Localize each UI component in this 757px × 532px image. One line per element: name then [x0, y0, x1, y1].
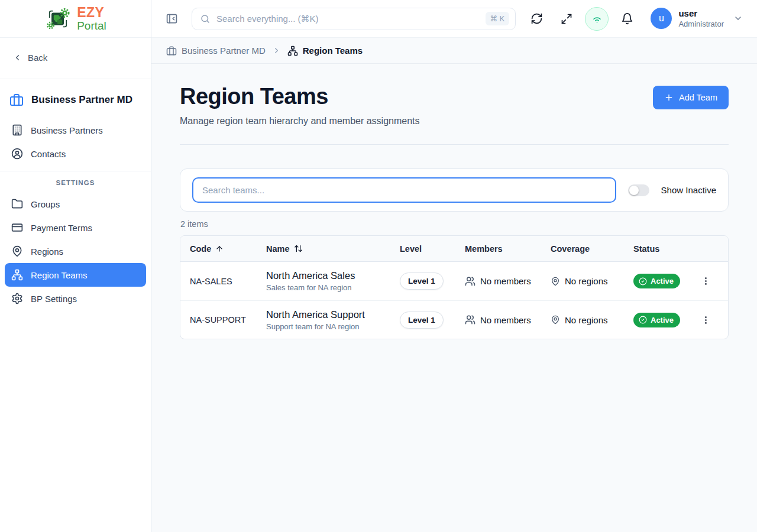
user-role: Administrator	[678, 20, 724, 30]
topbar: ⌘ K u user Administrator	[151, 0, 757, 38]
sidebar-item-bp-settings[interactable]: BP Settings	[5, 287, 146, 310]
show-inactive-toggle[interactable]	[628, 184, 649, 196]
sidebar-item-label: Region Teams	[31, 270, 88, 280]
global-search[interactable]: ⌘ K	[192, 8, 516, 30]
back-link[interactable]: Back	[13, 53, 47, 63]
page-title: Region Teams	[180, 84, 420, 109]
row-actions-kebab-icon[interactable]	[696, 272, 715, 291]
gear-icon	[11, 293, 23, 304]
breadcrumb-parent-label: Business Partner MD	[182, 46, 266, 56]
folder-icon	[11, 198, 23, 210]
org-tree-icon	[11, 269, 23, 281]
user-name: user	[678, 8, 724, 20]
refresh-icon[interactable]	[525, 7, 548, 31]
sidebar-section-label: SETTINGS	[5, 179, 146, 186]
sidebar-item-label: Business Partners	[31, 125, 103, 135]
show-inactive-label: Show Inactive	[661, 185, 716, 195]
user-menu[interactable]: u user Administrator	[651, 8, 743, 29]
arrow-up-icon	[215, 245, 224, 253]
bell-icon[interactable]	[615, 7, 639, 31]
check-circle-icon	[639, 277, 647, 286]
teams-table: Code Name Level Members Coverage Status	[180, 235, 729, 339]
row-actions-kebab-icon[interactable]	[696, 310, 715, 329]
table-row[interactable]: NA-SALES North America Sales Sales team …	[180, 262, 728, 300]
chevron-right-icon	[272, 46, 281, 55]
level-badge: Level 1	[400, 273, 444, 290]
column-label: Level	[400, 244, 422, 254]
sidebar-item-business-partners[interactable]: Business Partners	[5, 118, 146, 142]
column-header-name[interactable]: Name	[266, 244, 400, 254]
status-label: Active	[651, 316, 674, 325]
column-label: Name	[266, 244, 290, 254]
app-logo[interactable]: EZY Portal	[0, 0, 151, 38]
wifi-icon[interactable]	[585, 7, 609, 31]
global-search-input[interactable]	[216, 14, 480, 24]
members-value: No members	[480, 315, 531, 325]
column-header-level: Level	[400, 244, 465, 254]
breadcrumb: Business Partner MD Region Teams	[151, 38, 757, 64]
status-label: Active	[651, 277, 674, 286]
header-divider	[180, 144, 729, 145]
sidebar-item-contacts[interactable]: Contacts	[5, 142, 146, 166]
sidebar: EZY Portal Back Business Partner MD Busi…	[0, 0, 151, 532]
chevron-left-icon	[13, 53, 22, 62]
toggle-knob	[629, 186, 639, 195]
search-icon	[200, 14, 211, 24]
content: Region Teams Manage region team hierarch…	[151, 64, 757, 532]
add-team-label: Add Team	[679, 93, 717, 102]
sidebar-divider	[0, 171, 151, 171]
module-header: Business Partner MD	[0, 79, 151, 118]
avatar: u	[651, 8, 672, 29]
sidebar-item-label: BP Settings	[31, 294, 77, 304]
sidebar-item-payment-terms[interactable]: Payment Terms	[5, 216, 146, 239]
expand-icon[interactable]	[555, 7, 578, 31]
module-title: Business Partner MD	[31, 94, 132, 106]
status-badge: Active	[633, 313, 680, 327]
table-header-row: Code Name Level Members Coverage Status	[180, 236, 728, 262]
add-team-button[interactable]: Add Team	[653, 86, 729, 109]
coverage-value: No regions	[565, 276, 608, 286]
check-circle-icon	[639, 316, 647, 324]
team-search-input[interactable]	[192, 177, 616, 203]
breadcrumb-parent[interactable]: Business Partner MD	[166, 46, 266, 56]
arrow-up-down-icon	[294, 244, 303, 253]
filter-card: Show Inactive	[180, 168, 729, 212]
map-pin-icon	[551, 277, 560, 286]
column-label: Code	[190, 244, 211, 254]
column-header-code[interactable]: Code	[190, 244, 266, 254]
user-circle-icon	[11, 148, 23, 160]
sidebar-item-label: Regions	[31, 246, 63, 257]
column-header-coverage: Coverage	[551, 244, 633, 254]
coverage-value: No regions	[565, 315, 608, 325]
panel-collapse-icon[interactable]	[166, 12, 178, 25]
org-tree-icon	[287, 46, 298, 56]
table-row[interactable]: NA-SUPPORT North America Support Support…	[180, 300, 728, 339]
search-shortcut-badge: ⌘ K	[486, 12, 509, 25]
sidebar-nav: Business Partners Contacts SETTINGS Grou…	[0, 118, 151, 310]
team-description: Support team for NA region	[266, 322, 400, 331]
sidebar-item-regions[interactable]: Regions	[5, 239, 146, 263]
sidebar-item-groups[interactable]: Groups	[5, 192, 146, 216]
team-name: North America Sales	[266, 270, 400, 281]
briefcase-icon	[166, 46, 177, 56]
logo-text-primary: EZY	[77, 6, 106, 20]
column-label: Members	[465, 244, 503, 254]
users-icon	[465, 314, 475, 325]
breadcrumb-current-label: Region Teams	[303, 46, 363, 56]
users-icon	[465, 276, 475, 287]
team-description: Sales team for NA region	[266, 283, 400, 292]
sidebar-item-label: Groups	[31, 199, 60, 209]
column-label: Status	[633, 244, 659, 254]
column-header-members: Members	[465, 244, 551, 254]
team-name: North America Support	[266, 309, 400, 320]
building-icon	[11, 124, 23, 136]
level-badge: Level 1	[400, 312, 444, 329]
items-count: 2 items	[180, 219, 728, 229]
chevron-down-icon	[733, 14, 743, 23]
sidebar-item-region-teams[interactable]: Region Teams	[5, 263, 146, 287]
map-pin-icon	[551, 315, 560, 325]
column-header-status: Status	[633, 244, 693, 254]
map-pin-icon	[11, 245, 23, 257]
plus-icon	[664, 93, 674, 102]
members-value: No members	[480, 276, 531, 286]
